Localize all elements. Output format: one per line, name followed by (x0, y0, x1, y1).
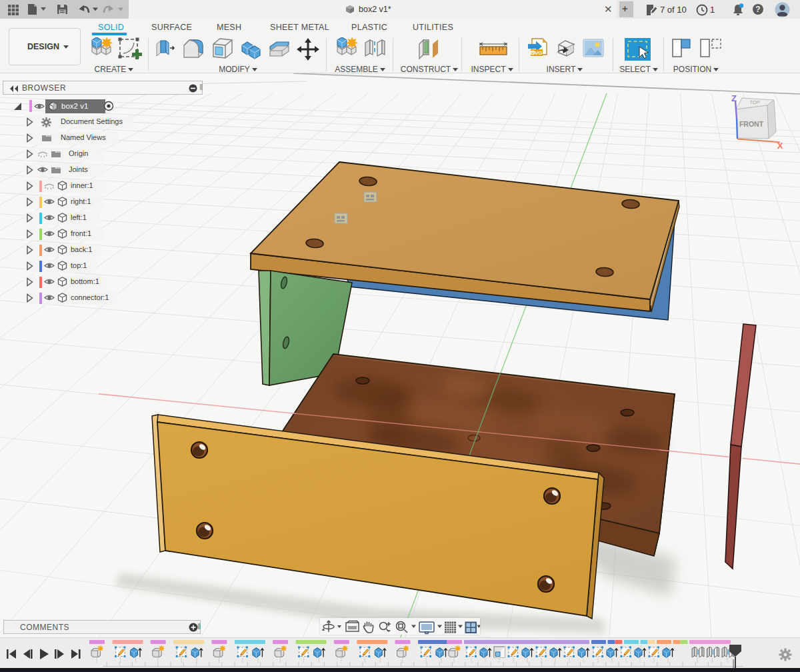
svg-text:TOP: TOP (749, 99, 759, 105)
svg-text:?: ? (755, 5, 760, 14)
svg-text:FRONT: FRONT (739, 120, 764, 128)
svg-text:X: X (777, 141, 783, 151)
svg-text:Z: Z (731, 93, 737, 103)
